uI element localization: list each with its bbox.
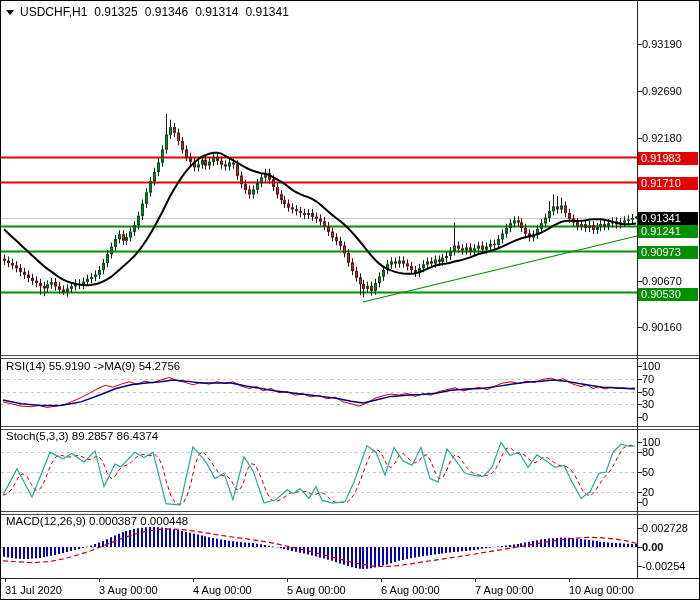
date-label[interactable]: 31 Jul 2020 [5,584,62,597]
price-scale-label[interactable]: 0.90670 [642,275,682,288]
stoch-scale-label[interactable]: 50 [642,466,654,479]
price-badge: 0.91983 [638,152,698,165]
rsi-panel-label: RSI(14) 55.9190 ->MA(9) 54.2756 [6,360,180,372]
macd-scale-label[interactable]: -0.00254 [642,560,685,573]
macd-scale-label[interactable]: 0.002728 [642,522,688,535]
price-badge: 0.90973 [638,246,698,259]
price-badge: 0.91710 [638,177,698,190]
expand-arrow-icon[interactable] [6,10,14,15]
rsi-scale-label[interactable]: 100 [642,360,660,373]
ohlc-close: 0.91341 [246,5,289,19]
date-label[interactable]: 5 Aug 00:00 [287,584,346,597]
price-badge: 0.91341 [638,212,698,225]
chart-canvas[interactable] [1,1,699,599]
price-scale-label[interactable]: 0.92690 [642,85,682,98]
price-scale-label[interactable]: 0.93190 [642,38,682,51]
stoch-scale-label[interactable]: 80 [642,446,654,459]
rsi-scale-label[interactable]: 30 [642,398,654,411]
stoch-panel-label: Stoch(5,3,3) 89.2857 86.4374 [6,430,158,442]
date-label[interactable]: 4 Aug 00:00 [193,584,252,597]
date-label[interactable]: 7 Aug 00:00 [475,584,534,597]
rsi-scale-label[interactable]: 0 [642,411,648,424]
ohlc-open: 0.91325 [94,5,137,19]
stoch-scale-label[interactable]: 0 [642,496,648,509]
date-label[interactable]: 6 Aug 00:00 [381,584,440,597]
rsi-scale-label[interactable]: 70 [642,373,654,386]
ohlc-high: 0.91346 [145,5,188,19]
price-badge: 0.91241 [638,225,698,238]
price-scale-label[interactable]: 0.90160 [642,321,682,334]
price-badge: 0.90530 [638,288,698,301]
ohlc-low: 0.91314 [195,5,238,19]
macd-panel-label: MACD(12,26,9) 0.000387 0.000448 [6,515,188,527]
macd-scale-label[interactable]: 0.00 [642,541,663,554]
date-label[interactable]: 10 Aug 00:00 [569,584,634,597]
price-scale-label[interactable]: 0.92180 [642,132,682,145]
chart-title: USDCHF,H1 0.91325 0.91346 0.91314 0.9134… [6,5,289,19]
chart-window: USDCHF,H1 0.91325 0.91346 0.91314 0.9134… [0,0,700,600]
symbol-period-label: USDCHF,H1 [20,5,87,19]
date-label[interactable]: 3 Aug 00:00 [99,584,158,597]
